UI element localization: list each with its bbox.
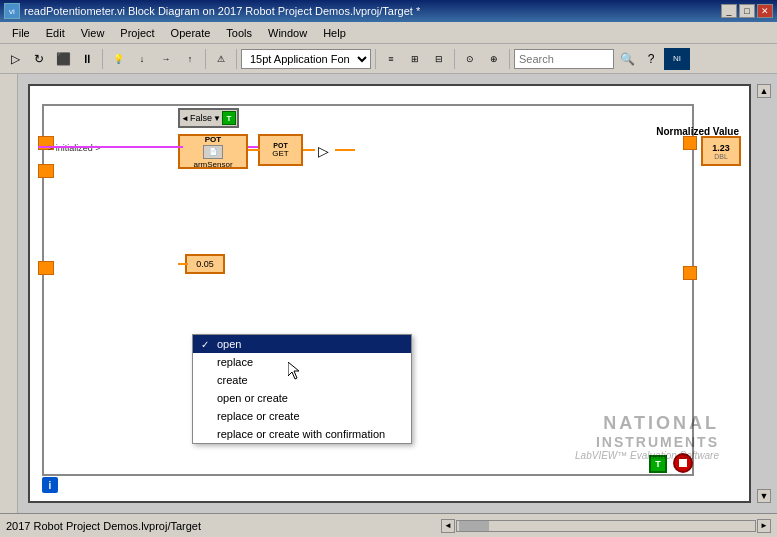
reorder-button[interactable]: ⊟ — [428, 48, 450, 70]
close-button[interactable]: ✕ — [757, 4, 773, 18]
pot-label-2: POT — [273, 142, 287, 149]
ni-icon[interactable]: NI — [664, 48, 690, 70]
main-area: T ◄ False ▼ T > initialized > POT 📄 — [0, 74, 777, 513]
canvas-area[interactable]: T ◄ False ▼ T > initialized > POT 📄 — [18, 74, 777, 513]
dropdown-create-label: create — [217, 374, 248, 386]
diagram-content: T ◄ False ▼ T > initialized > POT 📄 — [30, 86, 749, 501]
minimize-button[interactable]: _ — [721, 4, 737, 18]
status-scrollbar[interactable]: ◄ ► — [441, 519, 771, 533]
menu-project[interactable]: Project — [112, 25, 162, 41]
target-button[interactable]: ⊙ — [459, 48, 481, 70]
warn-button[interactable]: ⚠ — [210, 48, 232, 70]
pink-wire-left — [38, 146, 183, 148]
left-sidebar — [0, 74, 18, 513]
triangle-block: ▷ — [312, 140, 334, 162]
orange-wire-2 — [303, 149, 315, 151]
toolbar-separator-5 — [454, 49, 455, 69]
run-continuously-button[interactable]: ↻ — [28, 48, 50, 70]
status-bar: 2017 Robot Project Demos.lvproj/Target ◄… — [0, 513, 777, 537]
extra-button[interactable]: ⊕ — [483, 48, 505, 70]
dropdown-item-replace-or-create-confirm[interactable]: replace or create with confirmation — [193, 425, 411, 443]
stop-icon — [679, 459, 687, 467]
false-label: False — [190, 113, 212, 123]
orange-indicator-right-bot — [683, 266, 697, 280]
maximize-button[interactable]: □ — [739, 4, 755, 18]
menu-operate[interactable]: Operate — [163, 25, 219, 41]
abort-button[interactable]: ⬛ — [52, 48, 74, 70]
dropdown-replace-label: replace — [217, 356, 253, 368]
title-bar-controls[interactable]: _ □ ✕ — [721, 4, 773, 18]
pot-get-block[interactable]: POT GET — [258, 134, 303, 166]
scroll-left-button[interactable]: ◄ — [441, 519, 455, 533]
check-mark-icon: ✓ — [201, 339, 209, 350]
dropdown-menu[interactable]: ✓ open replace create open or create rep… — [192, 334, 412, 444]
font-selector[interactable]: 15pt Application Font — [241, 49, 371, 69]
numeric-indicator[interactable]: 1.23 DBL — [701, 136, 741, 166]
orange-indicator-left-mid — [38, 164, 54, 178]
title-bar: vi readPotentiometer.vi Block Diagram on… — [0, 0, 777, 22]
dropdown-open-or-create-label: open or create — [217, 392, 288, 404]
menu-edit[interactable]: Edit — [38, 25, 73, 41]
search-input[interactable] — [514, 49, 614, 69]
toolbar-separator-6 — [509, 49, 510, 69]
arm-sensor-label: armSensor — [193, 160, 232, 169]
menu-bar: File Edit View Project Operate Tools Win… — [0, 22, 777, 44]
orange-indicator-left-bot — [38, 261, 54, 275]
pot-label-1: POT — [193, 135, 232, 144]
menu-tools[interactable]: Tools — [218, 25, 260, 41]
initialized-label: > initialized > — [48, 143, 101, 153]
toolbar: ▷ ↻ ⬛ ⏸ 💡 ↓ → ↑ ⚠ 15pt Application Font … — [0, 44, 777, 74]
menu-help[interactable]: Help — [315, 25, 354, 41]
search-button[interactable]: 🔍 — [616, 48, 638, 70]
step-out-button[interactable]: ↑ — [179, 48, 201, 70]
terminal-block: T — [649, 455, 667, 473]
diagram-canvas[interactable]: T ◄ False ▼ T > initialized > POT 📄 — [28, 84, 751, 503]
wait-value: 0.05 — [196, 259, 214, 269]
menu-view[interactable]: View — [73, 25, 113, 41]
help-button[interactable]: ? — [640, 48, 662, 70]
wait-value-block[interactable]: 0.05 — [185, 254, 225, 274]
highlight-button[interactable]: 💡 — [107, 48, 129, 70]
status-text: 2017 Robot Project Demos.lvproj/Target — [6, 520, 441, 532]
dropdown-replace-or-create-label: replace or create — [217, 410, 300, 422]
dropdown-item-replace[interactable]: replace — [193, 353, 411, 371]
title-bar-left: vi readPotentiometer.vi Block Diagram on… — [4, 3, 420, 19]
toolbar-separator-1 — [102, 49, 103, 69]
dropdown-item-replace-or-create[interactable]: replace or create — [193, 407, 411, 425]
pause-button[interactable]: ⏸ — [76, 48, 98, 70]
app-icon: vi — [4, 3, 20, 19]
arm-sensor-block[interactable]: POT 📄 armSensor — [178, 134, 248, 169]
run-button[interactable]: ▷ — [4, 48, 26, 70]
scroll-right-button[interactable]: ► — [757, 519, 771, 533]
numeric-value: 1.23 — [712, 143, 730, 153]
orange-wire-1 — [248, 149, 260, 151]
dropdown-item-create[interactable]: create — [193, 371, 411, 389]
toolbar-separator-3 — [236, 49, 237, 69]
toolbar-separator-4 — [375, 49, 376, 69]
orange-wire-3 — [335, 149, 355, 151]
align-button[interactable]: ≡ — [380, 48, 402, 70]
menu-file[interactable]: File — [4, 25, 38, 41]
title-bar-text: readPotentiometer.vi Block Diagram on 20… — [24, 5, 420, 17]
dropdown-open-label: open — [217, 338, 241, 350]
step-into-button[interactable]: ↓ — [131, 48, 153, 70]
orange-wire-wait — [178, 263, 188, 265]
dbl-label: DBL — [714, 153, 728, 160]
scroll-up-button[interactable]: ▲ — [757, 84, 771, 98]
toolbar-separator-2 — [205, 49, 206, 69]
scroll-track[interactable] — [456, 520, 756, 532]
stop-button[interactable] — [673, 453, 693, 473]
get-label: GET — [272, 149, 288, 158]
scroll-down-button[interactable]: ▼ — [757, 489, 771, 503]
step-over-button[interactable]: → — [155, 48, 177, 70]
pink-wire-mid — [248, 146, 258, 148]
dropdown-item-open[interactable]: ✓ open — [193, 335, 411, 353]
dropdown-replace-or-create-confirm-label: replace or create with confirmation — [217, 428, 385, 440]
dropdown-item-open-or-create[interactable]: open or create — [193, 389, 411, 407]
distribute-button[interactable]: ⊞ — [404, 48, 426, 70]
false-button[interactable]: ◄ False ▼ T — [178, 108, 239, 128]
menu-window[interactable]: Window — [260, 25, 315, 41]
orange-indicator-right-top — [683, 136, 697, 150]
info-icon[interactable]: i — [42, 477, 58, 493]
